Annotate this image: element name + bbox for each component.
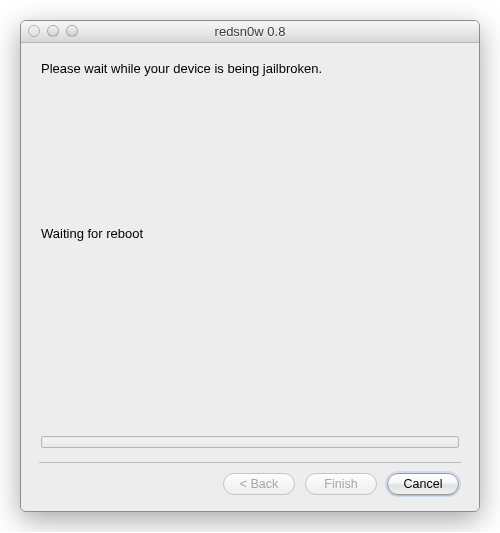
cancel-button[interactable]: Cancel (387, 473, 459, 495)
window-title: redsn0w 0.8 (21, 24, 479, 39)
separator (39, 462, 461, 463)
progress-bar (41, 436, 459, 448)
content-area: Please wait while your device is being j… (21, 43, 479, 511)
close-icon[interactable] (28, 25, 40, 37)
titlebar[interactable]: redsn0w 0.8 (21, 21, 479, 43)
minimize-icon[interactable] (47, 25, 59, 37)
button-row: < Back Finish Cancel (41, 473, 459, 497)
instruction-text: Please wait while your device is being j… (41, 61, 459, 76)
finish-button: Finish (305, 473, 377, 495)
zoom-icon[interactable] (66, 25, 78, 37)
status-text: Waiting for reboot (41, 226, 459, 241)
app-window: redsn0w 0.8 Please wait while your devic… (20, 20, 480, 512)
back-button: < Back (223, 473, 295, 495)
window-controls (28, 25, 78, 37)
spacer (41, 241, 459, 436)
